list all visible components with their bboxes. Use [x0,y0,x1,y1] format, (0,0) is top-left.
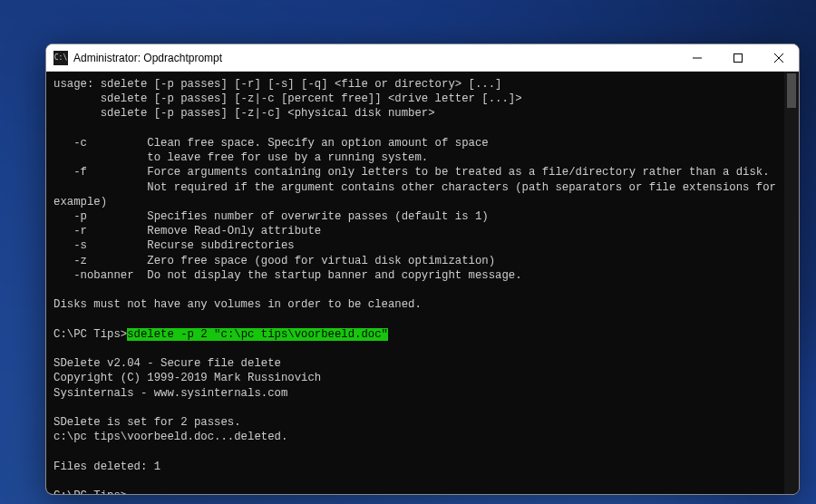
titlebar[interactable]: C:\ Administrator: Opdrachtprompt [46,44,799,72]
close-icon [774,53,783,63]
window-controls [676,44,799,71]
svg-rect-1 [733,53,742,62]
prompt-2: C:\PC Tips> [53,489,127,494]
maximize-button[interactable] [717,44,758,71]
usage-text: usage: sdelete [-p passes] [-r] [-s] [-q… [53,78,782,311]
close-button[interactable] [758,44,799,71]
window-title: Administrator: Opdrachtprompt [73,52,676,64]
minimize-icon [693,53,702,63]
output-text: SDelete v2.04 - Secure file delete Copyr… [53,357,321,473]
maximize-icon [733,53,743,63]
scrollbar-thumb[interactable] [787,73,796,108]
app-icon: C:\ [53,51,68,65]
app-icon-glyph: C:\ [54,53,67,62]
minimize-button[interactable] [676,44,717,71]
terminal-output[interactable]: usage: sdelete [-p passes] [-r] [-s] [-q… [46,72,784,494]
highlighted-command: sdelete -p 2 "c:\pc tips\voorbeeld.doc" [127,328,388,341]
command-prompt-window: C:\ Administrator: Opdrachtprompt usage:… [45,44,800,495]
terminal-area: usage: sdelete [-p passes] [-r] [-s] [-q… [46,72,799,494]
vertical-scrollbar[interactable] [784,72,799,494]
prompt-1: C:\PC Tips> [53,328,127,341]
